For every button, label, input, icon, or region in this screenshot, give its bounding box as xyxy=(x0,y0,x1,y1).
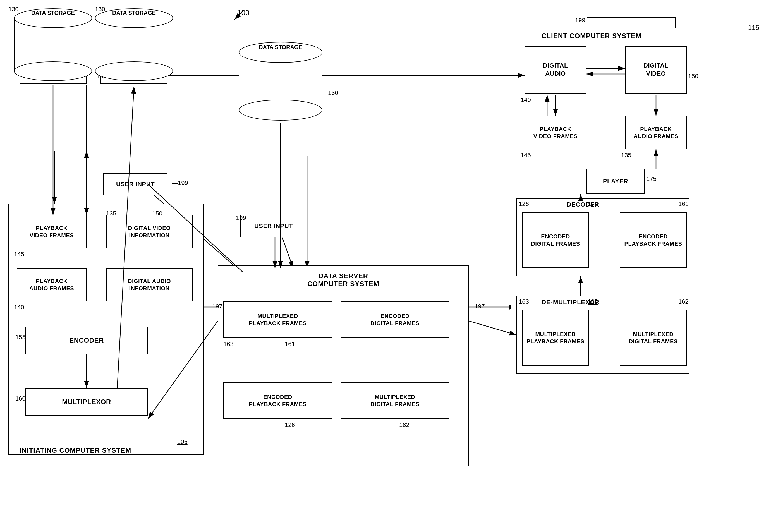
init-digital-video-box: DIGITAL VIDEOINFORMATION xyxy=(106,215,193,248)
center-storage-label: DATA STORAGE xyxy=(239,44,322,51)
ref-197-right: 197 xyxy=(475,303,485,310)
init-playback-audio-box: PLAYBACKAUDIO FRAMES xyxy=(17,268,87,302)
ref-126-decoder: 126 xyxy=(519,200,529,208)
ref-135-init: 135 xyxy=(106,210,116,217)
ref-161-decoder: 161 xyxy=(678,200,689,208)
center-storage-cylinder: DATA STORAGE xyxy=(239,42,322,120)
ref-162-demux: 162 xyxy=(678,298,689,306)
data-storage-1-cylinder: DATA STORAGE xyxy=(14,8,92,81)
enc-playback-frames-client: ENCODEDPLAYBACK FRAMES xyxy=(620,212,687,268)
server-enc-digital-box: ENCODEDDIGITAL FRAMES xyxy=(340,302,450,338)
mux-playback-demux: MULTIPLEXEDPLAYBACK FRAMES xyxy=(522,310,589,366)
server-mux-digital-box: MULTIPLEXEDDIGITAL FRAMES xyxy=(340,383,450,419)
ref-199-top: 199 xyxy=(575,17,585,24)
playback-video-frames-box-client: PLAYBACKVIDEO FRAMES xyxy=(525,116,586,149)
ref-161-server: 161 xyxy=(285,341,295,348)
digital-video-box: DIGITALVIDEO xyxy=(625,46,687,94)
ref-197-left: 197 xyxy=(212,303,222,310)
client-system-label: CLIENT COMPUTER SYSTEM xyxy=(541,32,641,40)
ref-155: 155 xyxy=(15,334,26,341)
ref-150-init: 150 xyxy=(152,210,162,217)
data-storage-1-label: DATA STORAGE xyxy=(14,10,92,16)
ref-145-init: 145 xyxy=(14,251,24,258)
initiating-system-label: INITIATING COMPUTER SYSTEM xyxy=(20,447,131,454)
ref-199-center: 199 xyxy=(236,214,246,222)
data-storage-2-label: DATA STORAGE xyxy=(95,10,173,16)
ref-170: 170 xyxy=(588,200,598,208)
encoder-box: ENCODER xyxy=(25,327,148,354)
init-playback-video-box: PLAYBACKVIDEO FRAMES xyxy=(17,215,87,248)
user-input-box-center: USER INPUT xyxy=(240,215,307,237)
init-digital-audio-box: DIGITAL AUDIOINFORMATION xyxy=(106,268,193,302)
mux-digital-demux: MULTIPLEXEDDIGITAL FRAMES xyxy=(620,310,687,366)
multiplexor-box: MULTIPLEXOR xyxy=(25,388,148,416)
ref-126-server: 126 xyxy=(285,422,295,429)
ref-199-mid-left: —199 xyxy=(172,180,188,187)
ref-140-init: 140 xyxy=(14,304,24,311)
server-enc-playback-box: ENCODEDPLAYBACK FRAMES xyxy=(223,383,332,419)
enc-digital-frames-client: ENCODEDDIGITAL FRAMES xyxy=(522,212,589,268)
ref-162-server: 162 xyxy=(399,422,410,429)
svg-line-19 xyxy=(234,11,243,20)
ref-165: 165 xyxy=(588,298,598,306)
ref-145-client: 145 xyxy=(521,151,531,159)
ref-160: 160 xyxy=(15,395,26,402)
server-mux-playback-box: MULTIPLEXEDPLAYBACK FRAMES xyxy=(223,302,332,338)
data-server-label: DATA SERVERCOMPUTER SYSTEM xyxy=(262,272,424,288)
ref-135-client: 135 xyxy=(621,151,631,159)
playback-audio-frames-box-client: PLAYBACKAUDIO FRAMES xyxy=(625,116,687,149)
player-box: PLAYER xyxy=(586,169,645,194)
ref-115: 115 xyxy=(748,24,759,31)
data-storage-2-cylinder: DATA STORAGE xyxy=(95,8,173,81)
digital-audio-box: DIGITALAUDIO xyxy=(525,46,586,94)
ref-140-client: 140 xyxy=(521,96,531,103)
ref-105: 105 xyxy=(177,438,187,445)
data-server-outer-box xyxy=(218,265,469,466)
svg-line-29 xyxy=(469,321,516,335)
user-input-box-mid-left: USER INPUT xyxy=(103,173,168,195)
ref-175: 175 xyxy=(646,175,657,183)
ref-163-server: 163 xyxy=(223,341,234,348)
ref-163-demux: 163 xyxy=(519,298,529,306)
ref-130-center: 130 xyxy=(328,89,338,97)
ref-150-client: 150 xyxy=(688,72,699,80)
